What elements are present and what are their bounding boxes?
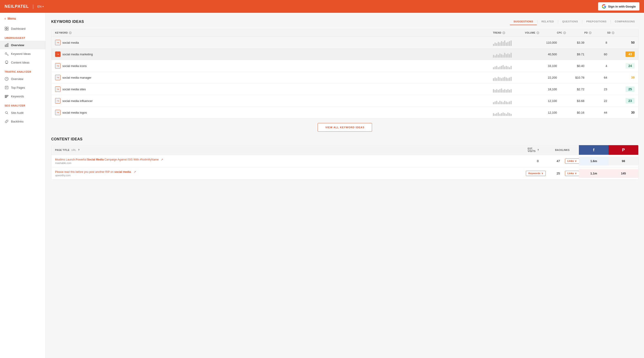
col-links-btn: [565, 145, 579, 155]
chevron-icon-2: ∨: [542, 172, 543, 175]
svg-rect-2: [5, 29, 6, 30]
content-title-2: Please read this before you post another…: [52, 167, 524, 180]
view-all-keyword-ideas-button[interactable]: VIEW ALL KEYWORD IDEAS: [318, 123, 372, 132]
volume-info-icon[interactable]: ?: [536, 31, 539, 34]
cpc-cell-7: $0.16: [557, 111, 584, 114]
pages-icon: [4, 86, 9, 90]
page-title-info-icon[interactable]: ?: [78, 149, 80, 151]
chart2-icon: [4, 77, 9, 81]
top-pages-label: Top Pages: [11, 86, 25, 90]
keyword-link-btn-3[interactable]: ↪: [55, 63, 60, 68]
sidebar-item-keyword-ideas[interactable]: Keyword Ideas: [0, 50, 46, 58]
keyword-link-btn-7[interactable]: ↪: [55, 110, 60, 115]
table-row: ↪ social media marketing 40,500 $9.71 6: [52, 48, 638, 60]
trend-bars-3: [493, 62, 525, 69]
keyword-tabs: SUGGESTIONS | RELATED | QUESTIONS | PREP…: [510, 18, 638, 25]
trend-bars-7: [493, 109, 525, 116]
keyword-link-btn-5[interactable]: ↪: [55, 86, 60, 92]
link-icon: [4, 119, 9, 124]
trend-bars-6: [493, 98, 525, 104]
keyword-text-3: social media icons: [62, 64, 86, 68]
cpc-cell-2: $9.71: [557, 52, 584, 56]
svg-rect-17: [5, 95, 8, 96]
sidebar-menu-toggle[interactable]: ‹ Menu: [0, 13, 46, 24]
pd-cell-1: 8: [584, 41, 607, 44]
col-sd: SD ?: [607, 31, 635, 34]
cpc-cell-5: $2.72: [557, 88, 584, 91]
top-nav: NEILPATEL | EN ▾ Sign in with Google: [0, 0, 644, 13]
google-icon: [602, 4, 606, 9]
svg-rect-14: [5, 86, 8, 89]
lightbulb-icon: [4, 60, 9, 64]
keyword-info-icon[interactable]: ?: [69, 31, 72, 34]
svg-point-7: [5, 53, 7, 54]
sign-in-button[interactable]: Sign in with Google: [598, 2, 640, 10]
trend-cell-5: [493, 86, 525, 92]
sd-cell-3: 24: [607, 64, 635, 68]
chart-icon: [4, 43, 9, 47]
sidebar-item-top-pages[interactable]: Top Pages: [0, 83, 46, 92]
content-table-header: PAGE TITLEURL ? EST.VISITS ? BACKLINKS f…: [52, 145, 638, 155]
table-row: ↪ social media logos 12,100 $0.16 44: [52, 107, 638, 118]
sidebar-item-overview-2[interactable]: Overview: [0, 74, 46, 83]
volume-cell-2: 40,500: [525, 52, 557, 56]
keyword-cell-1: ↪ social media: [55, 40, 493, 45]
keyword-table-header: KEYWORD ? TREND ? VOLUME ? CPC ? PD ? SD…: [52, 29, 638, 37]
svg-point-20: [6, 112, 8, 114]
tab-related[interactable]: RELATED: [538, 18, 558, 25]
cpc-cell-4: $10.78: [557, 76, 584, 79]
sidebar-item-keywords[interactable]: Keywords: [0, 92, 46, 100]
keyword-link-btn-6[interactable]: ↪: [55, 98, 60, 104]
sidebar-item-site-audit[interactable]: Site Audit: [0, 108, 46, 117]
sidebar-item-content-ideas[interactable]: Content Ideas: [0, 58, 46, 67]
keyword-link-btn-4[interactable]: ↪: [55, 75, 60, 80]
nav-divider: |: [32, 4, 34, 9]
lang-selector[interactable]: EN ▾: [38, 5, 44, 8]
col-cpc: CPC ?: [557, 31, 584, 34]
svg-rect-19: [5, 98, 7, 98]
overview1-label: Overview: [11, 44, 24, 47]
keyword-text-2: social media marketing: [62, 52, 93, 56]
keywords-button-2[interactable]: Keywords ∨: [526, 171, 546, 176]
external-link-icon-1[interactable]: ↗: [161, 158, 163, 162]
trend-cell-7: [493, 109, 525, 116]
fb-shares-1: 1.6m: [579, 156, 608, 166]
keyword-text-1: social media: [62, 41, 79, 44]
trend-bars-1: [493, 39, 525, 46]
content-title-1: Muslims Launch Powerful Social Media Cam…: [52, 155, 524, 167]
svg-rect-4: [5, 45, 6, 47]
tab-prepositions[interactable]: PREPOSITIONS: [583, 18, 610, 25]
tab-suggestions[interactable]: SUGGESTIONS: [510, 18, 537, 25]
keyword-link-btn-2[interactable]: ↪: [55, 52, 60, 57]
pd-info-icon[interactable]: ?: [589, 31, 592, 34]
external-link-icon-2[interactable]: ↗: [134, 170, 136, 174]
keyword-link-btn-1[interactable]: ↪: [55, 40, 60, 45]
chevron-icon: ∨: [575, 160, 576, 162]
col-trend: TREND ?: [493, 31, 525, 34]
col-pd: PD ?: [584, 31, 607, 34]
trend-bars-4: [493, 74, 525, 81]
svg-rect-18: [5, 96, 8, 97]
table-row: ↪ social media icons 33,100 $0.40 4: [52, 60, 638, 72]
sidebar-item-backlinks[interactable]: Backlinks: [0, 117, 46, 126]
links-button-2[interactable]: Links ∨: [565, 171, 579, 176]
sidebar: ‹ Menu Dashboard UBERSUGGEST Overview Ke…: [0, 13, 46, 358]
keyword-cell-6: ↪ social media influencer: [55, 98, 493, 104]
sidebar-item-dashboard[interactable]: Dashboard: [0, 24, 46, 33]
cpc-info-icon[interactable]: ?: [563, 31, 566, 34]
keyword-text-6: social media influencer: [62, 99, 92, 103]
seo-section-title: SEO ANALYZER: [0, 100, 46, 108]
tab-questions[interactable]: QUESTIONS: [558, 18, 582, 25]
visits-info-icon[interactable]: ?: [538, 149, 539, 151]
trend-cell-4: [493, 74, 525, 81]
trend-info-icon[interactable]: ?: [502, 31, 505, 34]
sd-info-icon[interactable]: ?: [612, 31, 614, 34]
tab-comparisons[interactable]: COMPARISONS: [611, 18, 638, 25]
table-row: ↪ social media 110,000 $3.39 8: [52, 37, 638, 48]
sidebar-item-overview-1[interactable]: Overview: [0, 41, 46, 50]
col-facebook: f: [579, 145, 608, 155]
pt-shares-1: 98: [608, 156, 638, 166]
cpc-cell-6: $3.68: [557, 99, 584, 103]
keyword-ideas-label: Keyword Ideas: [11, 52, 30, 56]
links-button-1[interactable]: Links ∨: [565, 158, 579, 164]
